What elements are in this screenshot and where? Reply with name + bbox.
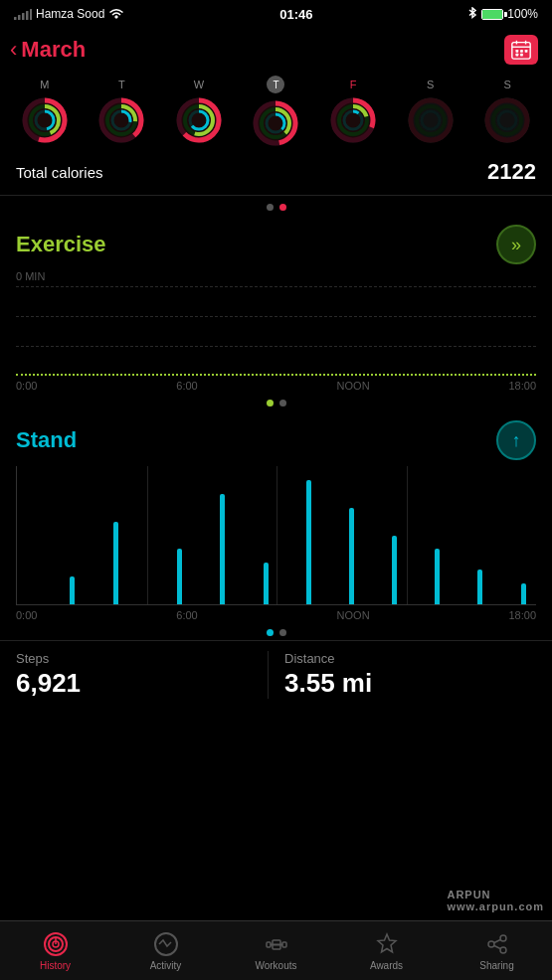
sharing-icon xyxy=(483,930,511,958)
exercise-action-button[interactable]: » xyxy=(496,225,536,264)
tab-awards[interactable]: Awards xyxy=(331,930,442,971)
steps-col: Steps 6,921 xyxy=(16,651,268,699)
ex-x-18: 18:00 xyxy=(508,380,536,392)
tab-sharing-label: Sharing xyxy=(479,960,513,971)
svg-rect-1 xyxy=(18,15,21,20)
day-label-m: M xyxy=(40,79,49,90)
svg-point-66 xyxy=(488,941,494,947)
svg-line-69 xyxy=(494,940,500,943)
wifi-icon xyxy=(108,8,124,20)
day-label-today: T xyxy=(267,76,284,93)
day-saturday[interactable]: S xyxy=(396,79,465,146)
svg-point-68 xyxy=(500,947,506,953)
day-tuesday[interactable]: T xyxy=(87,79,156,146)
tab-history-label: History xyxy=(40,960,71,971)
day-friday[interactable]: F xyxy=(318,79,388,146)
svg-point-67 xyxy=(500,935,506,941)
svg-rect-9 xyxy=(516,50,519,53)
ring-f xyxy=(327,94,379,146)
stand-chart-container: 0:00 6:00 NOON 18:00 xyxy=(0,466,552,621)
bluetooth-icon xyxy=(467,7,477,21)
st-x-0: 0:00 xyxy=(16,609,37,621)
stand-action-button[interactable]: ↑ xyxy=(496,420,536,460)
calendar-icon xyxy=(510,39,532,61)
ex-x-6: 6:00 xyxy=(176,380,197,392)
svg-rect-13 xyxy=(520,54,523,57)
stand-dots xyxy=(0,621,552,640)
st-x-6: 6:00 xyxy=(176,609,197,621)
svg-rect-11 xyxy=(525,50,528,53)
page-title: March xyxy=(21,37,86,63)
chevron-right-icon: » xyxy=(511,235,521,255)
day-sunday[interactable]: S xyxy=(472,79,542,146)
svg-rect-3 xyxy=(26,11,29,20)
day-monday[interactable]: M xyxy=(10,79,80,146)
stand-title: Stand xyxy=(16,427,77,453)
steps-value: 6,921 xyxy=(16,668,268,699)
exercise-header: Exercise » xyxy=(0,215,552,270)
stand-dot-2 xyxy=(279,629,286,636)
battery-icon xyxy=(481,9,503,20)
svg-rect-2 xyxy=(22,13,25,20)
svg-rect-0 xyxy=(14,17,17,20)
battery-pct: 100% xyxy=(507,7,538,21)
status-indicators: 100% xyxy=(467,7,538,21)
day-label-w: W xyxy=(194,79,204,90)
day-thursday-today[interactable]: T xyxy=(241,76,310,149)
tab-awards-label: Awards xyxy=(370,960,403,971)
svg-line-70 xyxy=(494,946,500,949)
tab-activity[interactable]: Activity xyxy=(110,930,221,971)
day-label-t: T xyxy=(118,79,125,90)
svg-rect-10 xyxy=(520,50,523,53)
arrow-up-icon: ↑ xyxy=(512,430,521,451)
day-label-s2: S xyxy=(503,79,510,90)
exercise-chart: 0 MIN 0:00 6:00 NOON 18:00 xyxy=(0,270,552,392)
stand-chart xyxy=(16,466,536,605)
ex-x-noon: NOON xyxy=(337,380,370,392)
status-carrier: Hamza Sood xyxy=(14,7,124,21)
distance-value: 3.55 mi xyxy=(284,668,536,699)
svg-rect-12 xyxy=(516,54,519,57)
nav-header: ‹ March xyxy=(0,28,552,72)
ring-w xyxy=(173,94,225,146)
ring-t xyxy=(95,94,147,146)
exercise-chart-area xyxy=(16,286,536,376)
distance-col: Distance 3.55 mi xyxy=(268,651,536,699)
back-button[interactable]: ‹ March xyxy=(10,37,86,63)
steps-label: Steps xyxy=(16,651,268,666)
activity-icon xyxy=(152,930,180,958)
status-bar: Hamza Sood 01:46 100% xyxy=(0,0,552,28)
carrier-name: Hamza Sood xyxy=(36,7,104,21)
dot-2 xyxy=(279,204,286,211)
tab-sharing[interactable]: Sharing xyxy=(442,930,552,971)
watermark-line1: ARPUN xyxy=(447,889,544,900)
st-x-18: 18:00 xyxy=(508,609,536,621)
ex-x-0: 0:00 xyxy=(16,380,37,392)
stand-x-labels: 0:00 6:00 NOON 18:00 xyxy=(16,605,536,621)
tab-bar: History Activity Workouts Awards xyxy=(0,920,552,980)
exercise-section: Exercise » 0 MIN 0:00 6:00 NOON 18:00 xyxy=(0,215,552,392)
ring-m xyxy=(19,94,71,146)
total-calories-value: 2122 xyxy=(487,159,536,185)
workouts-icon xyxy=(263,930,290,958)
exercise-title: Exercise xyxy=(16,232,106,257)
svg-rect-62 xyxy=(282,942,286,947)
day-label-s1: S xyxy=(427,79,434,90)
exercise-dot-2 xyxy=(279,400,286,407)
back-arrow-icon: ‹ xyxy=(10,39,17,61)
svg-rect-61 xyxy=(267,942,271,947)
tab-history[interactable]: History xyxy=(0,930,110,971)
exercise-x-labels: 0:00 6:00 NOON 18:00 xyxy=(16,376,536,392)
watermark-line2: www.arpun.com xyxy=(447,900,544,912)
day-wednesday[interactable]: W xyxy=(164,79,234,146)
tab-workouts[interactable]: Workouts xyxy=(221,930,331,971)
calendar-button[interactable] xyxy=(504,35,538,65)
metrics-row: Steps 6,921 Distance 3.55 mi xyxy=(0,640,552,709)
tab-activity-label: Activity xyxy=(150,960,182,971)
dot-1 xyxy=(267,204,274,211)
distance-label: Distance xyxy=(284,651,536,666)
ring-s1 xyxy=(405,94,457,146)
exercise-dots xyxy=(0,392,552,410)
history-icon xyxy=(42,930,70,958)
calories-dots xyxy=(0,196,552,215)
